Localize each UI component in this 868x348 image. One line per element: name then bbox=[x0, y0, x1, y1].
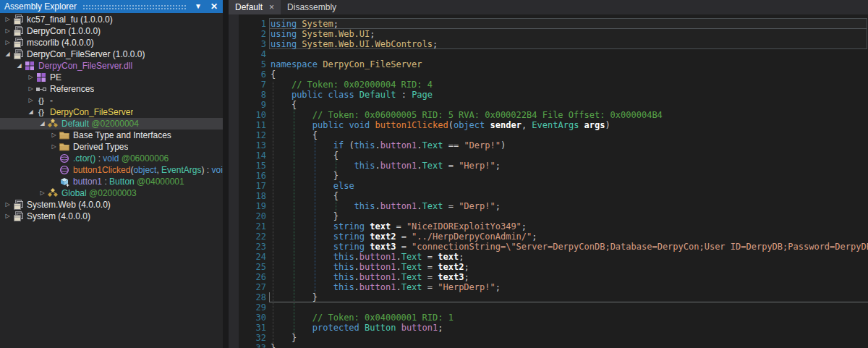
tree-item-label: System.Web (4.0.0.0) bbox=[27, 200, 111, 210]
expander-collapsed-icon[interactable]: ▷ bbox=[49, 141, 59, 153]
code-line[interactable]: 3using System.Web.UI.WebControls; bbox=[229, 39, 868, 49]
tree-item-kc57-final-fu-1-0-0-0[interactable]: ▷kc57_final_fu (1.0.0.0) bbox=[0, 14, 223, 25]
code-line[interactable]: 9 { bbox=[229, 100, 868, 110]
tree-item-derpycon-1-0-0-0[interactable]: ▷DerpyCon (1.0.0.0) bbox=[0, 25, 223, 37]
code-line[interactable]: 31 protected Button button1; bbox=[229, 323, 868, 333]
code-line[interactable]: 21 string text = "NiceIDORExploitYo349"; bbox=[229, 221, 868, 232]
class-icon bbox=[47, 118, 59, 130]
tree-item-pe[interactable]: ▷PE bbox=[0, 72, 223, 83]
tree-item-label: .ctor() : void @06000006 bbox=[73, 153, 169, 164]
code-line[interactable]: 28 } bbox=[229, 292, 868, 302]
tree-item-system-4-0-0-0[interactable]: ▷System (4.0.0.0) bbox=[0, 211, 223, 222]
code-line[interactable]: 30 // Token: 0x04000001 RID: 1 bbox=[229, 313, 868, 323]
code-line[interactable]: 32 } bbox=[229, 333, 868, 343]
code-text: namespace DerpyCon_FileServer bbox=[266, 59, 422, 69]
tree-item-mscorlib-4-0-0-0[interactable]: ▷mscorlib (4.0.0.0) bbox=[0, 37, 223, 48]
assembly-icon bbox=[12, 48, 24, 60]
tree-item-derpycon-fileserver-1-0-0-0[interactable]: ◢DerpyCon_FileServer (1.0.0.0) bbox=[0, 48, 223, 60]
code-line[interactable]: 4 bbox=[229, 49, 868, 59]
code-line[interactable]: 27 this.button1.Text = "HerpDerp!"; bbox=[229, 282, 868, 292]
code-line[interactable]: 23 string text3 = "connectionString=\"Se… bbox=[229, 242, 868, 252]
code-line[interactable]: 7 // Token: 0x02000004 RID: 4 bbox=[229, 80, 868, 90]
code-line[interactable]: 10 // Token: 0x06000005 RID: 5 RVA: 0x00… bbox=[229, 110, 868, 120]
tree-item-system-web-4-0-0-0[interactable]: ▷System.Web (4.0.0.0) bbox=[0, 199, 223, 211]
folder-icon bbox=[59, 130, 70, 141]
code-line[interactable]: 16 } bbox=[229, 171, 868, 181]
code-line[interactable]: 14 { bbox=[229, 150, 868, 161]
expander-collapsed-icon[interactable]: ▷ bbox=[3, 25, 12, 37]
tree-item-button1[interactable]: button1 : Button @04000001 bbox=[0, 176, 223, 187]
method-icon bbox=[59, 164, 70, 176]
tree-item-derived-types[interactable]: ▷Derived Types bbox=[0, 141, 223, 153]
tree-item-derpycon-fileserver[interactable]: ◢{}DerpyCon_FileServer bbox=[0, 106, 223, 118]
code-text: if (this.button1.Text == "Derp!") bbox=[266, 140, 506, 150]
panel-splitter[interactable] bbox=[223, 0, 229, 348]
code-line[interactable]: 1using System; bbox=[229, 19, 868, 29]
line-number: 5 bbox=[229, 59, 266, 69]
expander-collapsed-icon[interactable]: ▷ bbox=[3, 37, 12, 48]
tree-item-button1clicked[interactable]: button1Clicked(object, EventArgs) : void bbox=[0, 164, 223, 176]
tree-item-label: DerpyCon_FileServer bbox=[50, 107, 133, 117]
code-line[interactable]: 12 { bbox=[229, 130, 868, 140]
code-line[interactable]: 20 } bbox=[229, 211, 868, 221]
expander-collapsed-icon[interactable]: ▷ bbox=[49, 130, 59, 141]
panel-close-button[interactable]: ✕ bbox=[208, 0, 220, 13]
namespace-icon: {} bbox=[35, 95, 47, 106]
tab-default[interactable]: Default× bbox=[229, 0, 281, 14]
code-text: using System.Web.UI; bbox=[266, 29, 375, 39]
class-icon bbox=[47, 187, 59, 199]
code-editor[interactable]: 1using System;2using System.Web.UI;3usin… bbox=[229, 14, 868, 348]
code-line[interactable]: 26 this.button1.Text = text3; bbox=[229, 272, 868, 282]
assembly-icon bbox=[12, 211, 24, 222]
tree-item-ctor[interactable]: .ctor() : void @06000006 bbox=[0, 153, 223, 164]
expander-expanded-icon[interactable]: ◢ bbox=[38, 118, 47, 130]
code-line[interactable]: 33} bbox=[229, 343, 868, 348]
tree-item-references[interactable]: ▷References bbox=[0, 83, 223, 95]
expander-collapsed-icon[interactable]: ▷ bbox=[3, 211, 12, 222]
expander-collapsed-icon[interactable]: ▷ bbox=[3, 14, 12, 25]
code-line[interactable]: 11 public void button1Clicked(object sen… bbox=[229, 120, 868, 130]
tree-item-default[interactable]: ◢Default @02000004 bbox=[0, 118, 223, 130]
code-text: this.button1.Text = text2; bbox=[266, 262, 469, 272]
assembly-explorer-panel: Assembly Explorer ▼ ✕ ▷kc57_final_fu (1.… bbox=[0, 0, 223, 348]
code-text: { bbox=[266, 150, 339, 161]
code-line[interactable]: 8 public class Default : Page bbox=[229, 90, 868, 100]
code-text: { bbox=[266, 191, 339, 201]
code-line[interactable]: 25 this.button1.Text = text2; bbox=[229, 262, 868, 272]
expander-collapsed-icon[interactable]: ▷ bbox=[3, 199, 12, 211]
code-line[interactable]: 24 this.button1.Text = text; bbox=[229, 252, 868, 262]
code-line[interactable]: 5namespace DerpyCon_FileServer bbox=[229, 59, 868, 69]
code-line[interactable]: 22 string text2 = "../HerpDerpyConAdmin/… bbox=[229, 232, 868, 242]
code-line[interactable]: 6{ bbox=[229, 69, 868, 80]
code-line[interactable]: 29 bbox=[229, 302, 868, 313]
panel-menu-button[interactable]: ▼ bbox=[192, 0, 204, 13]
tab-disassembly[interactable]: Disassembly bbox=[281, 0, 343, 14]
code-text: string text3 = "connectionString=\"Serve… bbox=[266, 242, 868, 252]
expander-collapsed-icon[interactable]: ▷ bbox=[26, 95, 35, 106]
tree-item-item[interactable]: ▷{}- bbox=[0, 95, 223, 106]
line-number: 33 bbox=[229, 343, 266, 348]
expander-expanded-icon[interactable]: ◢ bbox=[14, 60, 24, 72]
line-number: 11 bbox=[229, 120, 266, 130]
line-number: 4 bbox=[229, 49, 266, 59]
expander-expanded-icon[interactable]: ◢ bbox=[3, 48, 12, 60]
line-number: 13 bbox=[229, 140, 266, 150]
expander-collapsed-icon[interactable]: ▷ bbox=[26, 83, 35, 95]
tree-item-base-type-and-interfaces[interactable]: ▷Base Type and Interfaces bbox=[0, 130, 223, 141]
tree-item-derpycon-fileserver-dll[interactable]: ◢DerpyCon_FileServer.dll bbox=[0, 60, 223, 72]
tree-item-global[interactable]: ▷Global @02000003 bbox=[0, 187, 223, 199]
expander-collapsed-icon[interactable]: ▷ bbox=[26, 72, 35, 83]
code-line[interactable]: 18 { bbox=[229, 191, 868, 201]
code-line[interactable]: 17 else bbox=[229, 181, 868, 191]
expander-collapsed-icon[interactable]: ▷ bbox=[38, 187, 47, 199]
code-line[interactable]: 19 this.button1.Text = "Derp!"; bbox=[229, 201, 868, 211]
tab-label: Default bbox=[235, 2, 263, 12]
titlebar-drag-grip[interactable] bbox=[82, 4, 187, 10]
assembly-explorer-titlebar[interactable]: Assembly Explorer ▼ ✕ bbox=[0, 0, 223, 13]
code-line[interactable]: 13 if (this.button1.Text == "Derp!") bbox=[229, 140, 868, 150]
expander-expanded-icon[interactable]: ◢ bbox=[26, 106, 35, 118]
code-line[interactable]: 2using System.Web.UI; bbox=[229, 29, 868, 39]
code-line[interactable]: 15 this.button1.Text = "Herp!"; bbox=[229, 161, 868, 171]
editor-area: Default×Disassembly 1using System;2using… bbox=[229, 0, 868, 348]
tab-close-icon[interactable]: × bbox=[269, 3, 274, 12]
